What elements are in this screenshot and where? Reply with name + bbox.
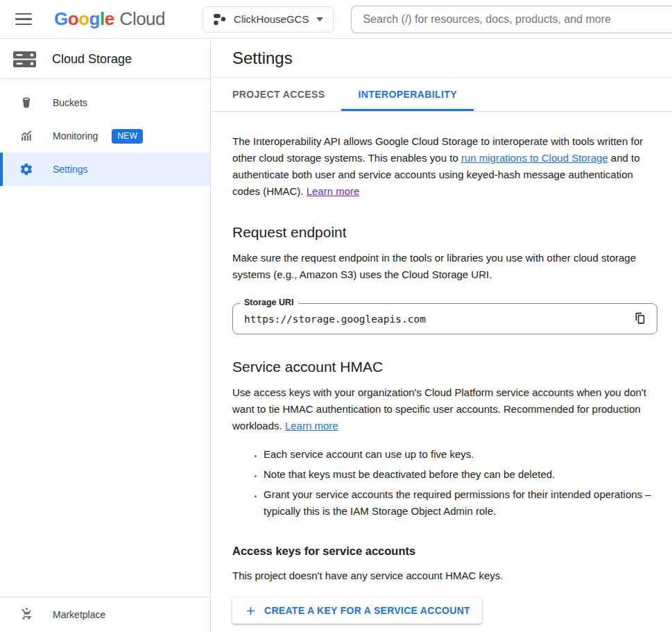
cloud-storage-icon bbox=[12, 46, 37, 72]
sidebar: Cloud Storage Buckets Monitoring NEW Set… bbox=[0, 40, 211, 632]
shopping-cart-icon bbox=[19, 607, 33, 623]
sidebar-item-marketplace[interactable]: Marketplace bbox=[0, 597, 210, 632]
copy-icon[interactable] bbox=[628, 306, 654, 332]
learn-more-link-interoperability[interactable]: Learn more bbox=[307, 185, 360, 197]
sidebar-item-label: Settings bbox=[53, 164, 88, 175]
logo-letter: o bbox=[68, 8, 78, 30]
logo-letter: g bbox=[89, 8, 100, 30]
list-item: Each service account can use up to five … bbox=[264, 446, 657, 463]
logo-letter: l bbox=[100, 8, 105, 30]
plus-icon bbox=[244, 604, 257, 617]
tab-project-access[interactable]: PROJECT ACCESS bbox=[216, 78, 341, 111]
sidebar-item-label: Buckets bbox=[53, 97, 87, 108]
project-icon bbox=[213, 12, 226, 26]
sidebar-item-label: Marketplace bbox=[53, 609, 105, 620]
project-selector[interactable]: ClickHouseGCS bbox=[203, 6, 334, 33]
logo-letter: e bbox=[105, 8, 114, 30]
storage-uri-label: Storage URI bbox=[240, 298, 298, 307]
chart-icon bbox=[19, 129, 33, 143]
product-header: Cloud Storage bbox=[0, 40, 210, 79]
google-cloud-logo[interactable]: Google Cloud bbox=[54, 8, 165, 30]
storage-uri-field: Storage URI bbox=[232, 303, 657, 334]
chevron-down-icon bbox=[316, 17, 323, 22]
tab-interoperability[interactable]: INTEROPERABILITY bbox=[341, 78, 474, 111]
list-item: Grant your service accounts the required… bbox=[264, 486, 657, 520]
page-title: Settings bbox=[232, 49, 293, 68]
sidebar-item-label: Monitoring bbox=[53, 130, 98, 142]
title-row: Settings bbox=[212, 40, 672, 78]
gear-icon bbox=[19, 162, 33, 176]
sidebar-item-settings[interactable]: Settings bbox=[0, 153, 210, 186]
create-key-button-label: CREATE A KEY FOR A SERVICE ACCOUNT bbox=[264, 605, 470, 616]
run-migrations-link[interactable]: run migrations to Cloud Storage bbox=[461, 152, 608, 164]
create-key-button[interactable]: CREATE A KEY FOR A SERVICE ACCOUNT bbox=[232, 597, 482, 624]
logo-letter: o bbox=[78, 8, 89, 30]
sidebar-item-monitoring[interactable]: Monitoring NEW bbox=[0, 119, 210, 153]
intro-paragraph: The Interoperability API allows Google C… bbox=[232, 133, 657, 200]
logo-letter: G bbox=[54, 8, 68, 30]
request-endpoint-heading: Request endpoint bbox=[232, 224, 657, 241]
tab-content: The Interoperability API allows Google C… bbox=[212, 133, 672, 624]
empty-state-text: This project doesn't have any service ac… bbox=[232, 567, 657, 584]
request-endpoint-body: Make sure the request endpoint in the to… bbox=[232, 250, 657, 283]
list-item: Note that keys must be deactivated befor… bbox=[264, 466, 657, 483]
sidebar-nav: Buckets Monitoring NEW Settings bbox=[0, 79, 210, 186]
service-account-hmac-body: Use access keys with your organization's… bbox=[232, 384, 657, 434]
learn-more-link-hmac[interactable]: Learn more bbox=[285, 420, 338, 432]
project-name: ClickHouseGCS bbox=[234, 13, 309, 25]
storage-uri-input[interactable] bbox=[233, 314, 628, 325]
new-badge: NEW bbox=[112, 129, 143, 144]
main-content: Settings PROJECT ACCESS INTEROPERABILITY… bbox=[212, 40, 672, 632]
top-bar: Google Cloud ClickHouseGCS bbox=[0, 0, 672, 39]
product-title: Cloud Storage bbox=[52, 52, 132, 67]
sidebar-item-buckets[interactable]: Buckets bbox=[0, 86, 210, 119]
search-input[interactable] bbox=[351, 6, 672, 33]
tab-bar: PROJECT ACCESS INTEROPERABILITY bbox=[212, 78, 672, 112]
access-keys-subheading: Access keys for service accounts bbox=[232, 545, 657, 558]
logo-cloud-text: Cloud bbox=[120, 8, 165, 30]
hmac-bullet-list: Each service account can use up to five … bbox=[232, 446, 657, 520]
bucket-icon bbox=[19, 96, 33, 110]
service-account-hmac-heading: Service account HMAC bbox=[232, 359, 657, 375]
menu-icon[interactable] bbox=[10, 6, 37, 33]
